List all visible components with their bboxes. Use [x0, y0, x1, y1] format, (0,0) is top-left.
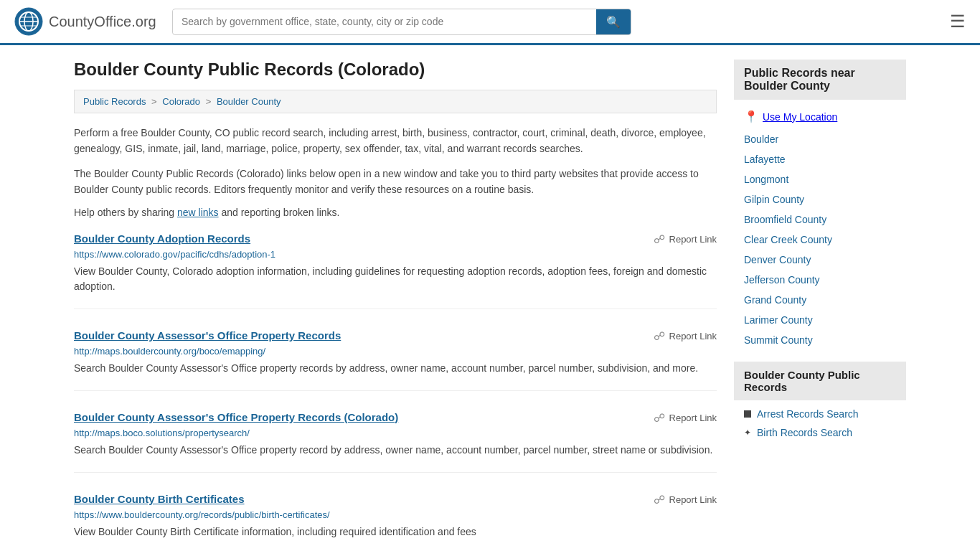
- record-links-list: Arrest Records Search✦Birth Records Sear…: [734, 405, 906, 442]
- record-url-0[interactable]: https://www.colorado.gov/pacific/cdhs/ad…: [74, 249, 717, 260]
- report-link-0[interactable]: ☍ Report Link: [654, 232, 717, 246]
- sidebar-nearby-item-7: Jefferson County: [734, 270, 906, 290]
- nearby-link-9[interactable]: Larimer County: [744, 314, 813, 326]
- nearby-link-5[interactable]: Clear Creek County: [744, 234, 832, 245]
- record-link-1[interactable]: Birth Records Search: [757, 427, 852, 438]
- record-header: Boulder County Assessor's Office Propert…: [74, 411, 717, 425]
- main-container: Boulder County Public Records (Colorado)…: [60, 45, 920, 551]
- sidebar-record-item-0: Arrest Records Search: [734, 405, 906, 423]
- nearby-section-title: Public Records near Boulder County: [734, 60, 906, 100]
- record-title-0[interactable]: Boulder County Adoption Records: [74, 232, 250, 245]
- record-entry: Boulder County Assessor's Office Propert…: [74, 411, 717, 473]
- new-links-link[interactable]: new links: [177, 207, 219, 218]
- record-desc-1: Search Boulder County Assessor's Office …: [74, 361, 717, 376]
- breadcrumb: Public Records > Colorado > Boulder Coun…: [74, 90, 717, 113]
- record-url-1[interactable]: http://maps.bouldercounty.org/boco/emapp…: [74, 346, 717, 357]
- logo-icon: [14, 7, 43, 36]
- nearby-link-3[interactable]: Gilpin County: [744, 194, 804, 205]
- record-title-1[interactable]: Boulder County Assessor's Office Propert…: [74, 329, 341, 342]
- logo[interactable]: CountyOffice.org: [14, 7, 158, 36]
- site-header: CountyOffice.org 🔍 ☰: [0, 0, 980, 45]
- record-entry: Boulder County Assessor's Office Propert…: [74, 329, 717, 391]
- record-header: Boulder County Adoption Records ☍ Report…: [74, 232, 717, 246]
- nearby-links-list: BoulderLafayetteLongmontGilpin CountyBro…: [734, 129, 906, 350]
- nearby-link-1[interactable]: Lafayette: [744, 154, 786, 165]
- location-pin-icon: 📍: [744, 110, 758, 123]
- sidebar: Public Records near Boulder County 📍 Use…: [734, 60, 906, 551]
- nearby-link-0[interactable]: Boulder: [744, 133, 778, 145]
- search-button[interactable]: 🔍: [596, 9, 631, 34]
- report-link-3[interactable]: ☍ Report Link: [654, 493, 717, 507]
- sidebar-nearby-item-2: Longmont: [734, 169, 906, 189]
- record-url-2[interactable]: http://maps.boco.solutions/propertysearc…: [74, 428, 717, 438]
- report-link-1[interactable]: ☍ Report Link: [654, 329, 717, 343]
- sidebar-nearby-item-10: Summit County: [734, 330, 906, 350]
- record-title-2[interactable]: Boulder County Assessor's Office Propert…: [74, 411, 398, 423]
- sidebar-nearby-item-3: Gilpin County: [734, 189, 906, 209]
- search-input[interactable]: [173, 10, 596, 33]
- nearby-link-2[interactable]: Longmont: [744, 174, 788, 185]
- menu-icon[interactable]: ☰: [950, 11, 966, 32]
- page-title: Boulder County Public Records (Colorado): [74, 60, 717, 80]
- intro-paragraph-1: Perform a free Boulder County, CO public…: [74, 125, 717, 157]
- share-text: Help others by sharing new links and rep…: [74, 207, 717, 218]
- intro-paragraph-2: The Boulder County Public Records (Color…: [74, 166, 717, 198]
- record-header: Boulder County Assessor's Office Propert…: [74, 329, 717, 343]
- report-link-2[interactable]: ☍ Report Link: [654, 411, 717, 425]
- record-entry: Boulder County Birth Certificates ☍ Repo…: [74, 493, 717, 551]
- nearby-link-4[interactable]: Broomfield County: [744, 214, 826, 225]
- sidebar-nearby-item-1: Lafayette: [734, 149, 906, 169]
- sidebar-nearby-item-9: Larimer County: [734, 310, 906, 330]
- nearby-link-7[interactable]: Jefferson County: [744, 274, 820, 286]
- use-my-location-link[interactable]: Use My Location: [763, 111, 837, 123]
- breadcrumb-public-records[interactable]: Public Records: [83, 96, 146, 107]
- report-link-icon: ☍: [654, 411, 665, 425]
- breadcrumb-colorado[interactable]: Colorado: [162, 96, 200, 107]
- record-link-0[interactable]: Arrest Records Search: [757, 408, 859, 420]
- report-link-icon: ☍: [654, 329, 665, 343]
- content-area: Boulder County Public Records (Colorado)…: [74, 60, 717, 551]
- report-link-icon: ☍: [654, 493, 665, 507]
- record-desc-3: View Boulder County Birth Certificate in…: [74, 524, 717, 540]
- records-section-title: Boulder County Public Records: [734, 362, 906, 400]
- sidebar-nearby-item-8: Grand County: [734, 290, 906, 310]
- nearby-section: Public Records near Boulder County 📍 Use…: [734, 60, 906, 350]
- record-desc-2: Search Boulder County Assessor's Office …: [74, 443, 717, 458]
- sidebar-nearby-item-6: Denver County: [734, 250, 906, 270]
- sidebar-nearby-item-0: Boulder: [734, 129, 906, 149]
- nearby-link-10[interactable]: Summit County: [744, 334, 813, 346]
- records-section: Boulder County Public Records Arrest Rec…: [734, 362, 906, 442]
- sidebar-nearby-item-4: Broomfield County: [734, 209, 906, 230]
- logo-text: CountyOffice.org: [49, 14, 156, 30]
- report-link-icon: ☍: [654, 232, 665, 246]
- nearby-link-6[interactable]: Denver County: [744, 254, 811, 265]
- bullet-square-0: [744, 410, 751, 418]
- record-header: Boulder County Birth Certificates ☍ Repo…: [74, 493, 717, 507]
- breadcrumb-boulder-county[interactable]: Boulder County: [217, 96, 281, 107]
- record-title-3[interactable]: Boulder County Birth Certificates: [74, 493, 245, 505]
- bullet-star-1: ✦: [744, 428, 751, 438]
- nearby-link-8[interactable]: Grand County: [744, 294, 806, 306]
- sidebar-nearby-item-5: Clear Creek County: [734, 230, 906, 250]
- record-entry: Boulder County Adoption Records ☍ Report…: [74, 232, 717, 309]
- record-desc-0: View Boulder County, Colorado adoption i…: [74, 264, 717, 294]
- record-list: Boulder County Adoption Records ☍ Report…: [74, 232, 717, 551]
- use-location[interactable]: 📍 Use My Location: [734, 104, 906, 129]
- record-url-3[interactable]: https://www.bouldercounty.org/records/pu…: [74, 509, 717, 520]
- search-bar: 🔍: [172, 9, 631, 35]
- sidebar-record-item-1: ✦Birth Records Search: [734, 423, 906, 442]
